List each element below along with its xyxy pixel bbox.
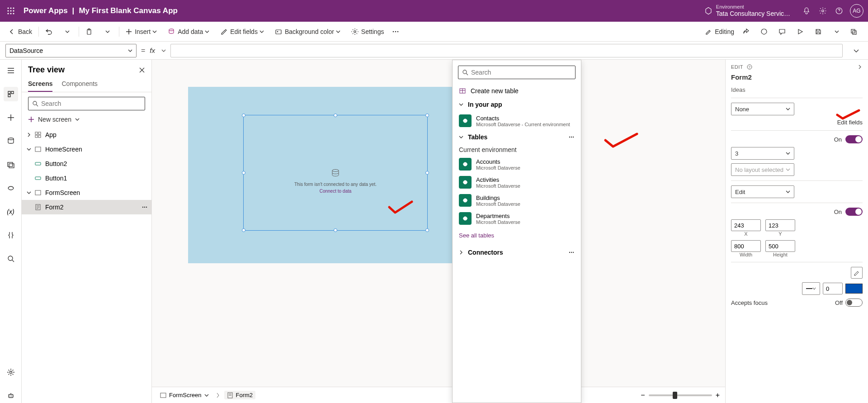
datasource-search-input[interactable]	[471, 69, 571, 76]
comments-button[interactable]	[775, 24, 792, 39]
size-height-input[interactable]	[765, 240, 795, 252]
save-button[interactable]	[811, 24, 828, 39]
datasource-dropdown[interactable]: None	[731, 103, 794, 115]
fx-dropdown-icon[interactable]	[161, 48, 166, 53]
tree-search-box[interactable]	[28, 97, 145, 110]
zoom-in-icon[interactable]: +	[716, 391, 720, 399]
default-mode-dropdown[interactable]: Edit	[731, 185, 794, 198]
chevron-right-icon[interactable]	[25, 131, 33, 138]
resize-handle[interactable]	[425, 114, 429, 117]
resize-handle[interactable]	[334, 228, 337, 232]
user-avatar[interactable]: AG	[850, 4, 863, 18]
accepts-focus-toggle[interactable]	[845, 299, 863, 307]
table-row-activities[interactable]: ActivitiesMicrosoft Dataverse	[453, 173, 581, 191]
settings-gear-icon[interactable]	[815, 3, 831, 19]
rail-media-icon[interactable]	[4, 157, 18, 172]
overflow-button[interactable]	[388, 24, 406, 39]
background-color-button[interactable]: Background color	[271, 24, 347, 39]
back-button[interactable]: Back	[5, 24, 36, 39]
paste-dropdown[interactable]	[100, 24, 116, 39]
rail-search-icon[interactable]	[4, 251, 18, 266]
undo-dropdown[interactable]	[60, 24, 76, 39]
tab-components[interactable]: Components	[61, 77, 97, 92]
connect-to-data-link[interactable]: Connect to data	[244, 189, 427, 194]
resize-handle[interactable]	[334, 114, 337, 117]
zoom-thumb[interactable]	[673, 392, 677, 399]
settings-button[interactable]: Settings	[348, 24, 388, 39]
datasource-search-box[interactable]	[458, 66, 576, 79]
rail-settings-icon[interactable]	[4, 365, 18, 379]
tree-item-button2[interactable]: Button2	[22, 156, 151, 171]
layout-dropdown[interactable]: No layout selected	[731, 163, 794, 176]
table-row-contacts[interactable]: Contacts Microsoft Dataverse - Current e…	[453, 112, 581, 130]
form2-selection[interactable]: This form isn't connected to any data ye…	[243, 115, 428, 231]
fx-icon[interactable]: fx	[150, 47, 155, 54]
see-all-tables-link[interactable]: See all tables	[453, 228, 581, 243]
edit-fields-button[interactable]: Edit fields	[217, 24, 270, 39]
share-button[interactable]	[739, 24, 756, 39]
preview-button[interactable]	[793, 24, 810, 39]
color-picker-button[interactable]	[851, 267, 863, 279]
tree-item-app[interactable]: App	[22, 128, 151, 142]
table-row-departments[interactable]: DepartmentsMicrosoft Dataverse	[453, 209, 581, 228]
rail-data-icon[interactable]	[4, 134, 18, 148]
environment-picker[interactable]: Environment Tata Consultancy Servic…	[704, 4, 790, 18]
size-width-input[interactable]	[731, 240, 761, 252]
connectors-more-button[interactable]	[568, 249, 575, 256]
ideas-tab[interactable]: Ideas	[731, 86, 863, 93]
resize-handle[interactable]	[242, 114, 245, 117]
app-checker-button[interactable]	[757, 24, 774, 39]
new-screen-button[interactable]: New screen	[22, 113, 151, 126]
rail-power-automate-icon[interactable]	[4, 181, 18, 195]
rail-virtual-agent-icon[interactable]	[4, 389, 18, 403]
close-tree-view-button[interactable]	[139, 67, 145, 73]
save-dropdown[interactable]	[829, 24, 845, 39]
breadcrumb-form[interactable]: Form2	[224, 391, 256, 399]
app-name[interactable]: My First Blank Canvas App	[79, 6, 178, 15]
publish-button[interactable]	[846, 24, 863, 39]
table-row-accounts[interactable]: AccountsMicrosoft Dataverse	[453, 155, 581, 173]
resize-handle[interactable]	[242, 171, 245, 175]
table-row-buildings[interactable]: BuildingsMicrosoft Dataverse	[453, 191, 581, 209]
rail-insert-icon[interactable]	[4, 110, 18, 125]
position-x-input[interactable]	[731, 219, 761, 231]
edit-fields-link[interactable]: Edit fields	[837, 119, 863, 126]
insert-button[interactable]: Insert	[122, 24, 163, 39]
tree-item-form2[interactable]: Form2	[22, 200, 151, 214]
tab-screens[interactable]: Screens	[28, 77, 52, 92]
help-icon[interactable]	[831, 3, 847, 19]
collapse-panel-button[interactable]	[857, 64, 863, 70]
resize-handle[interactable]	[425, 171, 429, 175]
notifications-icon[interactable]	[798, 3, 815, 19]
formula-expand-button[interactable]	[850, 44, 863, 57]
section-in-your-app[interactable]: In your app	[453, 97, 581, 112]
tables-more-button[interactable]	[568, 134, 575, 140]
tree-item-homescreen[interactable]: HomeScreen	[22, 142, 151, 156]
add-data-button[interactable]: Add data	[164, 24, 216, 39]
position-y-input[interactable]	[765, 219, 795, 231]
chevron-down-icon[interactable]	[25, 146, 33, 153]
paste-button[interactable]	[82, 24, 99, 39]
resize-handle[interactable]	[242, 228, 245, 232]
undo-button[interactable]	[42, 24, 59, 39]
border-style-dropdown[interactable]	[802, 282, 820, 295]
zoom-out-icon[interactable]: −	[641, 391, 645, 399]
visible-toggle[interactable]	[845, 208, 863, 216]
help-icon[interactable]: ?	[747, 64, 752, 70]
zoom-slider[interactable]: − +	[641, 391, 720, 399]
columns-dropdown[interactable]: 3	[731, 147, 794, 160]
create-new-table-button[interactable]: Create new table	[453, 85, 581, 97]
tree-item-more-button[interactable]	[142, 204, 148, 210]
waffle-icon[interactable]	[5, 5, 17, 17]
formula-input[interactable]	[170, 44, 843, 57]
tree-item-formscreen[interactable]: FormScreen	[22, 185, 151, 200]
rail-advanced-tools-icon[interactable]	[4, 228, 18, 242]
section-tables[interactable]: Tables	[453, 130, 581, 144]
chevron-down-icon[interactable]	[25, 189, 33, 196]
section-connectors[interactable]: Connectors	[453, 243, 581, 261]
editing-mode-button[interactable]: Editing	[701, 24, 738, 39]
property-dropdown[interactable]: DataSource	[5, 44, 137, 57]
rail-hamburger-icon[interactable]	[4, 63, 18, 78]
zoom-track[interactable]	[649, 394, 712, 396]
canvas[interactable]: This form isn't connected to any data ye…	[152, 60, 725, 403]
